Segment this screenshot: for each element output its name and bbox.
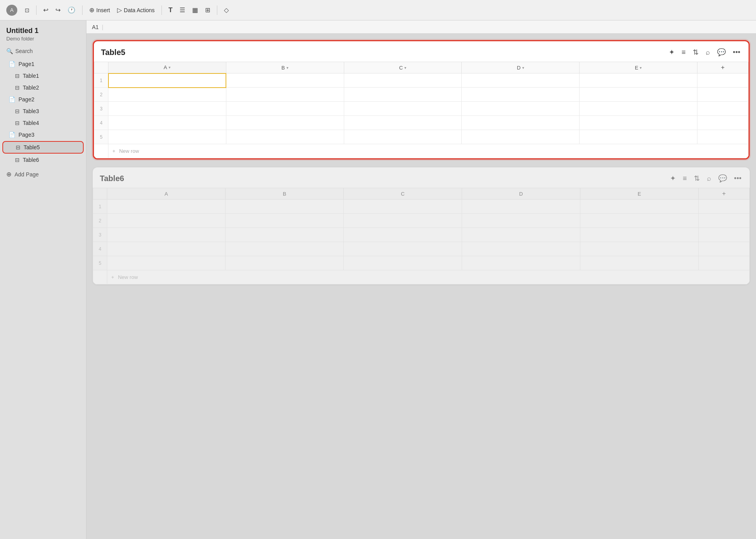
user-avatar[interactable]: A [6,5,17,16]
cell-d4[interactable] [462,116,580,130]
sidebar-item-label: Table3 [23,108,39,114]
cell-a5[interactable] [108,130,226,144]
col-header-b[interactable]: B [226,188,344,200]
table5-comment-button[interactable]: 💬 [716,47,727,58]
cell-d5[interactable] [462,130,580,144]
add-column-button[interactable]: + [699,188,750,200]
cell-ref-separator: | [102,24,103,30]
cell-reference: A1 [92,24,99,30]
table5-filter-button[interactable]: ≡ [681,47,687,58]
cell-a1[interactable] [107,200,226,214]
cell-d2[interactable] [462,88,580,102]
sidebar-item-label: Page2 [18,96,34,103]
sidebar-item-table2[interactable]: ⊟ Table2 [2,82,84,93]
new-row-row: + New row [94,144,749,158]
cell-c1[interactable] [344,73,462,88]
data-actions-icon: ▷ [117,6,122,14]
cell-b1[interactable] [226,73,344,88]
redo-button[interactable]: ↪ [53,4,63,16]
table-icon-button[interactable]: ▦ [189,4,201,16]
sidebar-item-page3[interactable]: 📄 Page3 [2,129,84,140]
cell-d3[interactable] [462,102,580,116]
col-header-d[interactable]: D ▾ [462,62,580,73]
table6-search-button[interactable]: ⌕ [706,173,712,184]
cell-b2[interactable] [226,88,344,102]
cell-b4[interactable] [226,116,344,130]
cell-c4[interactable] [344,116,462,130]
col-header-d[interactable]: D [462,188,580,200]
data-actions-button[interactable]: ▷ Data Actions [114,4,158,16]
table6-comment-button[interactable]: 💬 [717,173,728,184]
cell-c3[interactable] [344,102,462,116]
sidebar-item-page2[interactable]: 📄 Page2 [2,94,84,105]
col-header-b[interactable]: B ▾ [226,62,344,73]
row-number: 3 [93,228,107,242]
cell-a2[interactable] [108,88,226,102]
sidebar-item-label: Table4 [23,120,39,126]
insert-button[interactable]: ⊕ Insert [86,4,113,16]
divider-2 [82,6,83,15]
cell-e3[interactable] [580,102,697,116]
table5-sort-button[interactable]: ⇅ [692,47,700,58]
history-button[interactable]: 🕐 [65,4,78,16]
col-header-a[interactable]: A [107,188,226,200]
split-button[interactable]: ⊞ [202,4,213,16]
new-row-button[interactable]: + New row [107,270,750,284]
table6-sort-button[interactable]: ⇅ [693,173,701,184]
table-row: 3 [93,228,750,242]
clear-button[interactable]: ◇ [221,4,231,16]
table5-ai-button[interactable]: ✦ [668,47,676,58]
table5-more-button[interactable]: ••• [732,47,741,58]
row-number: 4 [93,242,107,256]
sidebar-item-page1[interactable]: 📄 Page1 [2,59,84,70]
text-button[interactable]: T [166,4,175,16]
comment-icon: 💬 [717,48,726,56]
table6-ai-button[interactable]: ✦ [669,173,677,184]
sidebar-toggle-button[interactable]: ⊡ [22,5,32,15]
sidebar: Untitled 1 Demo folder 🔍 Search 📄 Page1 … [0,20,86,539]
sidebar-item-table5[interactable]: ⊟ Table5 [2,141,84,154]
table6-filter-button[interactable]: ≡ [682,173,688,184]
sidebar-item-table4[interactable]: ⊟ Table4 [2,117,84,128]
sidebar-item-table6[interactable]: ⊟ Table6 [2,154,84,165]
table5-grid: A ▾ B ▾ [94,62,749,158]
new-row-button[interactable]: + New row [108,144,749,158]
cell-b5[interactable] [226,130,344,144]
col-header-a[interactable]: A ▾ [108,62,226,73]
add-page-button[interactable]: ⊕ Add Page [0,167,86,181]
cell-a3[interactable] [108,102,226,116]
cell-e2[interactable] [580,88,697,102]
sidebar-item-table3[interactable]: ⊟ Table3 [2,106,84,117]
new-row-row: + New row [93,270,750,284]
cell-c2[interactable] [344,88,462,102]
table5-card: Table5 ✦ ≡ ⇅ ⌕ [93,40,750,160]
sort-icon: ⇅ [694,174,700,182]
insert-icon: ⊕ [89,6,94,14]
table5-actions: ✦ ≡ ⇅ ⌕ 💬 [668,47,741,58]
table5-col-headers: A ▾ B ▾ [94,62,749,73]
cell-a4[interactable] [108,116,226,130]
undo-button[interactable]: ↩ [40,4,51,16]
ai-sparkle-icon: ✦ [669,48,675,56]
search-button[interactable]: 🔍 Search [0,46,86,58]
col-header-c[interactable]: C ▾ [344,62,462,73]
table5-search-button[interactable]: ⌕ [705,47,711,58]
table5-grid-wrap: A ▾ B ▾ [94,62,749,158]
filter-icon: ≡ [683,174,687,182]
align-button[interactable]: ☰ [177,4,188,16]
cell-d1[interactable] [462,73,580,88]
cell-a1[interactable] [108,73,226,88]
add-column-button[interactable]: + [697,62,749,73]
sidebar-item-table1[interactable]: ⊟ Table1 [2,70,84,81]
col-header-e[interactable]: E [580,188,699,200]
cell-e4[interactable] [580,116,697,130]
table-icon: ⊟ [16,144,20,150]
cell-e1[interactable] [580,73,697,88]
cell-b3[interactable] [226,102,344,116]
cell-c5[interactable] [344,130,462,144]
col-header-c[interactable]: C [344,188,462,200]
table6-more-button[interactable]: ••• [733,173,743,184]
divider-4 [217,6,217,15]
cell-e5[interactable] [580,130,697,144]
col-header-e[interactable]: E ▾ [580,62,697,73]
